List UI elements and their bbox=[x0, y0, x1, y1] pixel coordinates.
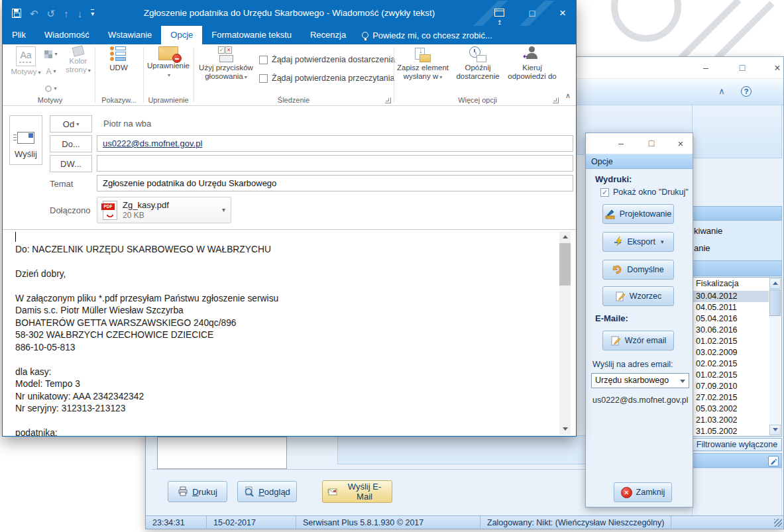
defaults-button[interactable]: Domyślne bbox=[602, 260, 674, 280]
fiscal-row[interactable]: 30.04.2012 bbox=[693, 291, 769, 302]
save-sent-item-button[interactable]: ↓ Zapisz element wysłany w bbox=[396, 46, 450, 81]
theme-colors-button[interactable] bbox=[43, 48, 59, 60]
export-button[interactable]: Eksport ▾ bbox=[602, 232, 674, 252]
theme-fonts-button[interactable]: A bbox=[43, 65, 59, 78]
dialog-launcher-icon[interactable] bbox=[385, 97, 391, 103]
close-dialog-button[interactable]: ✕ Zamknij bbox=[614, 482, 672, 502]
fiscal-row[interactable]: 02.02.2015 bbox=[693, 358, 769, 370]
fiscal-row[interactable]: 30.06.2016 bbox=[693, 325, 769, 336]
body-line: Do: NACZELNIK URZĘDU SKARBOWEGO W WAŁBRZ… bbox=[15, 244, 556, 256]
edit-icon[interactable] bbox=[768, 456, 779, 466]
page-color-button[interactable]: Kolor strony bbox=[63, 46, 93, 74]
fiscal-row[interactable]: 01.02.2015 bbox=[693, 336, 769, 347]
save-sent-folder-icon: ↓ bbox=[415, 46, 431, 62]
resize-grip[interactable] bbox=[774, 519, 782, 527]
attachment-size: 20 KB bbox=[123, 211, 144, 220]
fiscal-row[interactable]: 07.09.2010 bbox=[693, 381, 769, 392]
fiscal-row[interactable]: 31.05.2002 bbox=[693, 426, 769, 435]
direct-replies-button[interactable]: ↩ Kieruj odpowiedzi do bbox=[506, 46, 559, 81]
delivery-receipt-checkbox[interactable]: Żądaj potwierdzenia dostarczenia bbox=[259, 55, 395, 64]
fiscal-row[interactable]: 27.02.2015 bbox=[693, 392, 769, 403]
scroll-up-icon[interactable] bbox=[769, 278, 781, 289]
scrollbar-thumb[interactable] bbox=[559, 243, 571, 286]
body-line bbox=[15, 415, 556, 428]
checkbox-icon[interactable] bbox=[259, 74, 268, 83]
preview-button[interactable]: Podgląd bbox=[237, 481, 297, 502]
to-field[interactable]: us0222@ds.mofnet.gov.pl bbox=[97, 135, 573, 152]
body-text[interactable]: Do: NACZELNIK URZĘDU SKARBOWEGO W WAŁBRZ… bbox=[15, 231, 556, 436]
minimize-icon[interactable]: – bbox=[612, 136, 630, 151]
pencil-page-icon bbox=[610, 335, 621, 346]
fiscal-list-header[interactable]: Fiskalizacja bbox=[696, 279, 739, 288]
fiscal-row[interactable]: 04.05.2011 bbox=[693, 302, 769, 313]
tab-recenzja[interactable]: Recenzja bbox=[301, 26, 355, 44]
fiscal-row[interactable]: 01.02.2015 bbox=[693, 370, 769, 381]
body-scrollbar[interactable] bbox=[559, 231, 571, 435]
subject-field[interactable]: Zgłoszenie podatnika do Urzędu Skarboweg… bbox=[97, 175, 573, 191]
message-body[interactable]: Do: NACZELNIK URZĘDU SKARBOWEGO W WAŁBRZ… bbox=[3, 229, 576, 436]
fiscal-row[interactable]: 21.03.2002 bbox=[693, 415, 769, 426]
fiscal-scrollbar[interactable] bbox=[769, 278, 781, 435]
template-button[interactable]: Wzorzec bbox=[602, 286, 674, 306]
address-value: us0222@ds.mofnet.gov.pl bbox=[592, 396, 689, 405]
close-icon[interactable]: × bbox=[767, 60, 784, 76]
permission-button[interactable]: Uprawnienie bbox=[146, 46, 190, 79]
attachment-chip[interactable]: PDF Zg_kasy.pdf 20 KB ▾ bbox=[97, 197, 231, 223]
tab-wstawianie[interactable]: Wstawianie bbox=[99, 26, 161, 44]
to-button[interactable]: Do... bbox=[50, 135, 92, 152]
ribbon-display-options-icon[interactable] bbox=[485, 1, 513, 26]
email-template-button[interactable]: Wzór email bbox=[602, 331, 674, 350]
filter-toggle-button[interactable]: Filtrowanie wyłączone bbox=[692, 438, 782, 451]
cc-field[interactable] bbox=[97, 155, 573, 172]
dialog-launcher-icon[interactable] bbox=[553, 97, 559, 103]
recipient-address[interactable]: us0222@ds.mofnet.gov.pl bbox=[103, 138, 202, 148]
pencil-page-icon bbox=[615, 291, 626, 301]
fiscal-row[interactable]: 05.04.2016 bbox=[693, 313, 769, 325]
checkbox-icon[interactable] bbox=[259, 56, 268, 64]
fiscal-row[interactable]: 05.03.2002 bbox=[693, 403, 769, 415]
maximize-icon[interactable]: □ bbox=[732, 60, 753, 76]
scroll-down-icon[interactable] bbox=[559, 423, 571, 435]
tab-opcje[interactable]: Opcje bbox=[161, 26, 202, 44]
tell-me-box[interactable]: Powiedz mi, co chcesz zrobić... bbox=[355, 26, 499, 44]
themes-button[interactable]: Aa Motywy bbox=[11, 46, 41, 76]
theme-effects-button[interactable] bbox=[43, 82, 59, 95]
collapse-panel-icon[interactable]: ∧ bbox=[714, 86, 729, 96]
tab-plik[interactable]: Plik bbox=[3, 26, 35, 44]
address-select[interactable]: Urzędu skarbowego bbox=[591, 373, 689, 388]
fiscal-list: Fiskalizacja 30.04.201204.05.201105.04.2… bbox=[692, 277, 782, 437]
right-panel-header bbox=[692, 453, 782, 468]
maximize-icon[interactable]: □ bbox=[518, 1, 546, 26]
tab-wiadomosc[interactable]: Wiadomość bbox=[35, 26, 99, 44]
scroll-up-icon[interactable] bbox=[559, 231, 571, 242]
maximize-icon[interactable]: □ bbox=[643, 136, 660, 151]
tab-formatowanie[interactable]: Formatowanie tekstu bbox=[202, 26, 301, 44]
cc-button[interactable]: DW... bbox=[50, 155, 92, 172]
bcc-button[interactable]: UDW bbox=[102, 46, 135, 72]
ribbon-tabs: Plik Wiadomość Wstawianie Opcje Formatow… bbox=[3, 26, 576, 44]
close-icon[interactable]: × bbox=[672, 136, 689, 151]
body-line: Dzień dobry, bbox=[15, 268, 556, 281]
attachment-dropdown-icon[interactable]: ▾ bbox=[222, 206, 225, 213]
send-button[interactable]: Wyślij bbox=[9, 115, 42, 165]
print-button[interactable]: Drukuj bbox=[168, 481, 227, 502]
delay-delivery-button[interactable]: Opóźnij dostarczenie bbox=[451, 46, 504, 81]
scrollbar-thumb[interactable] bbox=[769, 290, 781, 316]
read-receipt-checkbox[interactable]: Żądaj potwierdzenia przeczytania bbox=[259, 74, 395, 83]
clipped-label: anie bbox=[694, 243, 710, 253]
fiscal-row[interactable]: 03.02.2009 bbox=[693, 347, 769, 358]
voting-buttons-button[interactable]: ✓✕ Użyj przycisków głosowania bbox=[197, 46, 255, 81]
design-button[interactable]: Projektowanie bbox=[602, 204, 674, 224]
from-value: Piotr na wba bbox=[103, 119, 151, 129]
from-button[interactable]: Od▾ bbox=[50, 115, 92, 133]
help-icon[interactable]: ? bbox=[741, 86, 752, 97]
body-line: podatnika: bbox=[15, 427, 556, 436]
show-print-checkbox[interactable]: ✓ Pokaż okno "Drukuj" bbox=[600, 187, 689, 197]
scroll-down-icon[interactable] bbox=[769, 425, 781, 435]
group-sledzenie: ✓✕ Użyj przycisków głosowania Żądaj potw… bbox=[194, 44, 393, 105]
checkbox-checked-icon[interactable]: ✓ bbox=[600, 188, 609, 197]
minimize-icon[interactable]: – bbox=[695, 60, 716, 76]
collapse-ribbon-icon[interactable]: ∧ bbox=[565, 91, 571, 100]
close-icon[interactable]: × bbox=[549, 1, 576, 26]
send-email-button[interactable]: Wyślij E-Mail bbox=[322, 480, 392, 503]
